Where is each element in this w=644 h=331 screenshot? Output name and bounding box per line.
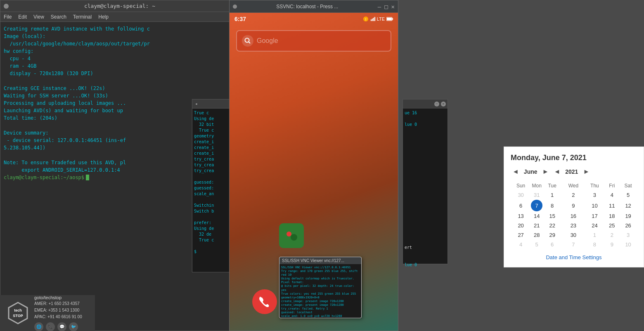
calendar-next-year-btn[interactable]: ► — [581, 167, 591, 176]
calendar-day[interactable]: 8 — [542, 200, 562, 211]
small-terminal-min-btn[interactable]: – — [434, 102, 439, 106]
calendar-day[interactable]: 27 — [511, 230, 531, 240]
popup-line: geometry=1080x1920+0+0 — [281, 296, 360, 300]
phone-small-icon[interactable]: 📞 — [46, 322, 55, 331]
cal-header-tue: Tue — [542, 181, 562, 190]
calendar-day[interactable]: 25 — [604, 221, 619, 230]
calendar-day[interactable]: 5 — [619, 190, 637, 200]
globe-icon[interactable]: 🌐 — [34, 322, 43, 331]
vnc-titlebar-dot — [233, 5, 237, 9]
calendar-day[interactable]: 4 — [604, 190, 619, 200]
tech-stop-amer: AMER: +1 650 253 4357 — [34, 301, 82, 307]
calendar-prev-year-btn[interactable]: ◄ — [552, 167, 562, 176]
svg-text:tech: tech — [14, 308, 22, 312]
calendar-day[interactable]: 5 — [531, 240, 542, 249]
terminal-line: ram - 4GB — [4, 62, 227, 70]
calendar-day[interactable]: 4 — [511, 240, 531, 249]
terminal-line: lue 0 — [405, 262, 446, 268]
calendar-day[interactable]: 3 — [585, 190, 605, 200]
vnc-maximize-btn[interactable]: □ — [384, 4, 388, 9]
photos-icon — [283, 227, 300, 244]
popup-line: create_image: present image 720x1280 — [281, 303, 360, 307]
calendar-day[interactable]: 30 — [511, 190, 531, 200]
calendar-day[interactable]: 10 — [619, 240, 637, 249]
menu-edit[interactable]: Edit — [18, 14, 27, 20]
menu-terminal[interactable]: Terminal — [73, 14, 92, 20]
vnc-close-btn[interactable]: ✕ — [391, 4, 395, 9]
calendar-day[interactable]: 6 — [511, 200, 531, 211]
calendar-day[interactable]: 11 — [604, 200, 619, 211]
calendar-day[interactable]: 10 — [585, 200, 605, 211]
calendar-day[interactable]: 13 — [511, 211, 531, 221]
popup-line: scale_and: 1.0 x=0 y=0 w=720 h=1280 — [281, 314, 360, 318]
calendar-day[interactable]: 28 — [531, 230, 542, 240]
terminal-line: ert — [405, 245, 446, 251]
calendar-day[interactable]: 7 — [562, 240, 585, 249]
calendar-day[interactable]: 6 — [542, 240, 562, 249]
menu-view[interactable]: View — [33, 14, 44, 20]
menu-file[interactable]: File — [4, 14, 12, 20]
calendar-day[interactable]: 31 — [531, 190, 542, 200]
calendar-day[interactable]: 12 — [619, 200, 637, 211]
vnc-minimize-btn[interactable]: – — [378, 4, 381, 9]
calendar-day[interactable]: 19 — [619, 211, 637, 221]
menu-search[interactable]: Search — [51, 14, 66, 20]
calendar-day[interactable]: 20 — [511, 221, 531, 230]
calendar-day[interactable]: 1 — [542, 190, 562, 200]
svg-rect-3 — [372, 19, 373, 21]
google-search-bar[interactable]: Google — [236, 30, 391, 52]
calendar-day[interactable]: 30 — [562, 230, 585, 240]
calendar-day[interactable]: 24 — [585, 221, 605, 230]
calendar-next-month-btn[interactable]: ► — [541, 167, 551, 176]
calendar-day[interactable]: 18 — [604, 211, 619, 221]
small-terminal-close-btn[interactable]: ✕ — [441, 102, 446, 106]
calendar-day[interactable]: 14 — [531, 211, 542, 221]
calendar-day[interactable]: 8 — [585, 240, 605, 249]
svg-rect-7 — [392, 18, 393, 20]
discord-icon[interactable]: 💬 — [57, 322, 66, 331]
calendar-day[interactable]: 7 — [531, 200, 542, 211]
popup-line: @ bits per pixel: 32 depth: 24 true-colo… — [281, 284, 360, 292]
menu-help[interactable]: Help — [98, 14, 109, 20]
calendar-day[interactable]: 3 — [619, 230, 637, 240]
tech-stop-logo: tech STOP goto/techstop AMER: +1 650 253… — [0, 295, 95, 331]
warning-icon: ! — [363, 16, 369, 22]
lte-label: LTE — [377, 17, 385, 21]
phone-time: 6:37 — [234, 16, 246, 22]
popup-line: Try range: and 170 green 255 blue 255, s… — [281, 270, 360, 277]
calendar-year-label: 2021 — [564, 168, 580, 175]
tech-stop-emea: EMEA: +353 1 543 1300 — [34, 307, 82, 313]
terminal-close-btn[interactable] — [4, 4, 9, 9]
popup-line: guessed: localhost — [281, 311, 360, 314]
vnc-popup-thumbnail[interactable]: SSL/SSH VNC Viewer vnc://127... SSL/SSH … — [279, 257, 362, 318]
small-terminal-content: ue 16 lue 0 ert lue 0 — [403, 109, 447, 270]
calendar-day[interactable]: 21 — [531, 221, 542, 230]
calendar-day[interactable]: 26 — [619, 221, 637, 230]
social-icon[interactable]: 🐦 — [69, 322, 78, 331]
calendar-day[interactable]: 16 — [562, 211, 585, 221]
google-search-text: Google — [257, 37, 278, 45]
calendar-day[interactable]: 15 — [542, 211, 562, 221]
calendar-prev-month-btn[interactable]: ◄ — [511, 167, 521, 176]
vnc-titlebar: SSVNC: localhost - Press ... – □ ✕ — [230, 0, 398, 13]
calendar-day[interactable]: 17 — [585, 211, 605, 221]
photos-app-icon[interactable] — [279, 223, 304, 248]
svg-point-13 — [291, 234, 297, 241]
calendar-day[interactable]: 2 — [562, 190, 585, 200]
calendar-day[interactable]: 1 — [585, 230, 605, 240]
calendar-day[interactable]: 23 — [562, 221, 585, 230]
calendar-day[interactable]: 9 — [562, 200, 585, 211]
calendar-day[interactable]: 9 — [604, 240, 619, 249]
battery-icon — [386, 17, 393, 21]
main-terminal-title: claym@claym-special: ~ — [12, 3, 227, 9]
calendar-day[interactable]: 29 — [542, 230, 562, 240]
calendar-day[interactable]: 2 — [604, 230, 619, 240]
phone-call-button[interactable] — [252, 289, 277, 314]
calendar-day[interactable]: 22 — [542, 221, 562, 230]
terminal-line: hw config: — [4, 47, 227, 55]
calendar-grid: Sun Mon Tue Wed Thu Fri Sat 303112345678… — [511, 181, 637, 249]
calendar-date-time-settings[interactable]: Date and Time Settings — [511, 254, 637, 260]
cal-header-mon: Mon — [531, 181, 542, 190]
svg-line-10 — [249, 42, 250, 43]
cal-header-thu: Thu — [585, 181, 605, 190]
